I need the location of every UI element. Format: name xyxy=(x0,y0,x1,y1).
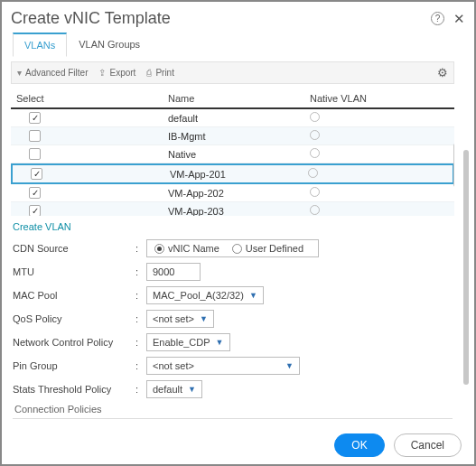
table-row[interactable]: Native xyxy=(11,145,454,163)
col-name[interactable]: Name xyxy=(168,93,310,104)
cdn-vnic-name-radio[interactable]: vNIC Name xyxy=(154,243,219,254)
print-icon: ⎙ xyxy=(146,68,152,78)
tab-vlan-groups[interactable]: VLAN Groups xyxy=(67,33,152,57)
native-vlan-radio[interactable] xyxy=(308,168,318,178)
grid-toolbar: ▾Advanced Filter ⇪Export ⎙Print ⚙ xyxy=(11,61,454,84)
grid-scrollbar[interactable] xyxy=(453,109,454,216)
export-icon: ⇪ xyxy=(98,68,106,78)
ncp-label: Network Control Policy xyxy=(13,337,130,348)
chevron-down-icon: ▼ xyxy=(285,361,294,370)
filter-icon: ▾ xyxy=(17,68,22,78)
cdn-user-defined-radio[interactable]: User Defined xyxy=(232,243,303,254)
native-vlan-radio[interactable] xyxy=(310,187,320,197)
chevron-down-icon: ▼ xyxy=(216,338,224,347)
dialog-title: Create vNIC Template xyxy=(11,9,171,28)
advanced-filter-button[interactable]: ▾Advanced Filter xyxy=(17,68,88,78)
row-checkbox[interactable]: ✓ xyxy=(29,187,41,199)
col-native[interactable]: Native VLAN xyxy=(310,93,454,104)
row-name: Native xyxy=(168,149,310,160)
gear-icon[interactable]: ⚙ xyxy=(437,66,448,79)
table-row[interactable]: IB-Mgmt xyxy=(11,127,454,145)
chevron-down-icon: ▼ xyxy=(200,314,208,323)
table-row[interactable]: ✓default xyxy=(11,109,454,127)
mtu-label: MTU xyxy=(13,266,130,277)
native-vlan-radio[interactable] xyxy=(310,205,320,215)
mac-pool-label: MAC Pool xyxy=(13,290,130,301)
row-name: VM-App-202 xyxy=(168,188,310,199)
native-vlan-radio[interactable] xyxy=(310,148,320,158)
cancel-button[interactable]: Cancel xyxy=(394,433,462,457)
close-icon[interactable]: ✕ xyxy=(453,11,465,27)
row-checkbox[interactable]: ✓ xyxy=(31,168,42,180)
native-vlan-radio[interactable] xyxy=(310,130,320,140)
connection-policies-label: Connection Policies xyxy=(14,404,453,415)
tab-vlans[interactable]: VLANs xyxy=(13,33,67,57)
create-vlan-link[interactable]: Create VLAN xyxy=(13,221,463,232)
row-checkbox[interactable] xyxy=(29,130,41,142)
qos-policy-select[interactable]: <not set>▼ xyxy=(146,310,214,328)
row-name: VM-App-201 xyxy=(170,169,308,180)
table-row[interactable]: ✓VM-App-201 xyxy=(11,163,454,184)
chevron-down-icon: ▼ xyxy=(249,291,257,300)
row-name: default xyxy=(168,113,310,124)
table-row[interactable]: ✓VM-App-202 xyxy=(11,184,454,202)
chevron-down-icon: ▼ xyxy=(188,385,196,394)
row-checkbox[interactable]: ✓ xyxy=(29,112,41,124)
print-button[interactable]: ⎙Print xyxy=(146,68,174,78)
help-icon[interactable]: ? xyxy=(431,12,444,25)
ncp-select[interactable]: Enable_CDP▼ xyxy=(146,333,230,351)
content-area: VLANs VLAN Groups ▾Advanced Filter ⇪Expo… xyxy=(2,33,463,423)
export-button[interactable]: ⇪Export xyxy=(98,68,135,78)
stats-threshold-label: Stats Threshold Policy xyxy=(13,384,130,395)
cdn-source-label: CDN Source xyxy=(13,243,130,254)
pin-group-label: Pin Group xyxy=(13,360,130,371)
grid-body: ✓defaultIB-MgmtNative✓VM-App-201✓VM-App-… xyxy=(11,109,454,216)
tab-strip: VLANs VLAN Groups xyxy=(2,33,463,58)
mac-pool-select[interactable]: MAC_Pool_A(32/32)▼ xyxy=(146,286,264,304)
row-checkbox[interactable]: ✓ xyxy=(29,205,41,216)
native-vlan-radio[interactable] xyxy=(310,112,320,122)
row-name: IB-Mgmt xyxy=(168,131,310,142)
col-select[interactable]: Select xyxy=(16,93,168,104)
titlebar: Create vNIC Template ? ✕ xyxy=(2,2,474,33)
stats-threshold-select[interactable]: default▼ xyxy=(146,380,202,398)
row-name: VM-App-203 xyxy=(168,206,310,217)
pin-group-select[interactable]: <not set>▼ xyxy=(146,357,300,375)
vlan-grid: Select Name Native VLAN ✓defaultIB-MgmtN… xyxy=(11,89,454,216)
dialog: Create vNIC Template ? ✕ VLANs VLAN Grou… xyxy=(0,0,476,466)
grid-header: Select Name Native VLAN xyxy=(11,89,454,109)
form: CDN Source : vNIC Name User Defined MTU … xyxy=(13,239,453,423)
footer: OK Cancel xyxy=(334,433,462,457)
mtu-input[interactable]: 9000 xyxy=(146,263,201,281)
qos-policy-label: QoS Policy xyxy=(13,313,130,324)
ok-button[interactable]: OK xyxy=(334,433,384,457)
dialog-scrollbar[interactable] xyxy=(463,33,469,421)
row-checkbox[interactable] xyxy=(29,148,41,160)
table-row[interactable]: ✓VM-App-203 xyxy=(11,202,454,216)
